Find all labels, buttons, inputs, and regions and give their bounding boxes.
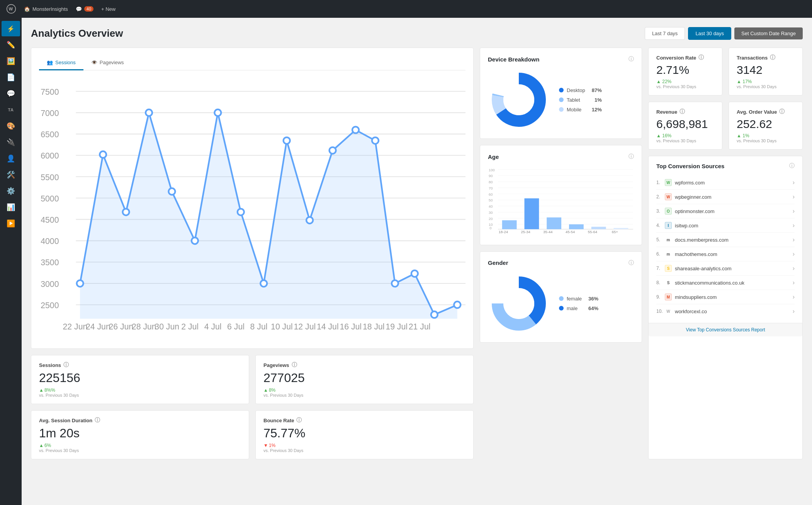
- view-report-button[interactable]: View Top Conversions Sources Report: [649, 323, 802, 336]
- source-num: 9.: [656, 294, 665, 300]
- chevron-down-icon[interactable]: ›: [793, 265, 795, 272]
- chevron-down-icon[interactable]: ›: [793, 293, 795, 300]
- metric-conversion-rate: Conversion Rate ⓘ 2.71% 22% vs. Previous…: [648, 48, 722, 96]
- bar-55-64: [591, 227, 606, 229]
- sidebar-item-play[interactable]: ▶️: [2, 216, 20, 231]
- source-item[interactable]: 7. S shareasale-analytics.com ›: [656, 261, 795, 276]
- conversion-sources-info-icon[interactable]: ⓘ: [789, 162, 795, 169]
- tab-pageviews[interactable]: 👁️ Pageviews: [83, 56, 132, 70]
- sessions-tab-label: Sessions: [55, 60, 76, 65]
- age-card: Age ⓘ 100 90 80 70 60 50 40 30 20 10 0: [480, 145, 642, 245]
- wp-logo-item[interactable]: W: [6, 4, 16, 14]
- female-label: female: [567, 296, 582, 302]
- source-name: workforcexl.co: [675, 309, 793, 314]
- comments-side-icon: 💬: [7, 89, 15, 98]
- sidebar-item-plugins[interactable]: 🔌: [2, 135, 20, 150]
- svg-text:7000: 7000: [41, 109, 59, 118]
- transactions-sub: vs. Previous 30 Days: [737, 84, 795, 89]
- female-pct: 36%: [585, 296, 598, 302]
- avg-order-change: 1%: [737, 133, 795, 138]
- source-favicon: W: [665, 179, 672, 186]
- svg-point-24: [77, 280, 83, 287]
- legend-male: male 64%: [559, 305, 598, 311]
- bar-65plus: [614, 228, 629, 229]
- chevron-down-icon[interactable]: ›: [793, 208, 795, 215]
- bounce-rate-arrow-down: [263, 443, 268, 448]
- sidebar-item-tools[interactable]: 🛠️: [2, 167, 20, 183]
- chevron-down-icon[interactable]: ›: [793, 308, 795, 315]
- device-chart-row: Desktop 87% Tablet 1% Mobile 12%: [488, 69, 634, 131]
- site-name-item[interactable]: 🏠 MonsterInsights: [24, 6, 68, 12]
- sidebar-item-settings[interactable]: ⚙️: [2, 183, 20, 199]
- sessions-info-icon[interactable]: ⓘ: [63, 362, 69, 369]
- new-item[interactable]: + New: [101, 6, 116, 12]
- pageviews-info-icon[interactable]: ⓘ: [292, 362, 297, 369]
- bar-18-24: [502, 220, 517, 229]
- tab-sessions[interactable]: 👥 Sessions: [39, 56, 83, 70]
- bounce-rate-sub: vs. Previous 30 Days: [263, 448, 465, 453]
- age-info-icon[interactable]: ⓘ: [629, 153, 634, 160]
- chevron-down-icon[interactable]: ›: [793, 179, 795, 186]
- sidebar-item-pages[interactable]: 📄: [2, 70, 20, 85]
- last-30-days-button[interactable]: Last 30 days: [688, 27, 731, 40]
- bar-25-34: [525, 198, 539, 229]
- pageviews-sub: vs. Previous 30 Days: [263, 393, 465, 398]
- users-icon: 👤: [7, 154, 15, 163]
- svg-point-39: [411, 270, 418, 277]
- chevron-down-icon[interactable]: ›: [793, 222, 795, 229]
- chevron-down-icon[interactable]: ›: [793, 279, 795, 286]
- custom-date-range-button[interactable]: Set Custom Date Range: [734, 27, 803, 39]
- source-item[interactable]: 8. S stickmancommunications.co.uk ›: [656, 276, 795, 290]
- last-7-days-button[interactable]: Last 7 days: [645, 27, 685, 40]
- sidebar-item-appearance[interactable]: 🎨: [2, 118, 20, 134]
- sidebar-item-dashboard[interactable]: ⚡: [2, 21, 20, 36]
- sidebar-item-comments[interactable]: 💬: [2, 86, 20, 101]
- bar-45-54: [569, 224, 584, 229]
- source-item[interactable]: 1. W wpforms.com ›: [656, 176, 795, 190]
- svg-point-32: [260, 280, 267, 287]
- source-item[interactable]: 6. m machothemes.com ›: [656, 247, 795, 261]
- chevron-down-icon[interactable]: ›: [793, 251, 795, 258]
- chevron-down-icon[interactable]: ›: [793, 193, 795, 200]
- transactions-info-icon[interactable]: ⓘ: [770, 54, 775, 61]
- sidebar-item-ta[interactable]: TA: [2, 102, 20, 118]
- sidebar-item-analytics[interactable]: 📊: [2, 200, 20, 215]
- source-item[interactable]: 10. W workforcexl.co ›: [656, 304, 795, 318]
- device-info-icon[interactable]: ⓘ: [629, 56, 634, 63]
- source-item[interactable]: 5. m docs.memberpress.com ›: [656, 233, 795, 247]
- gender-info-icon[interactable]: ⓘ: [629, 259, 634, 266]
- ta-label: TA: [8, 107, 14, 112]
- svg-text:12 Jul: 12 Jul: [294, 322, 316, 331]
- source-favicon: W: [665, 308, 672, 315]
- male-label: male: [567, 305, 578, 311]
- desktop-pct: 87%: [588, 87, 602, 93]
- source-name: wpforms.com: [675, 180, 793, 186]
- chevron-down-icon[interactable]: ›: [793, 236, 795, 243]
- source-item[interactable]: 2. W wpbeginner.com ›: [656, 190, 795, 204]
- media-icon: 🖼️: [7, 57, 15, 65]
- svg-text:5000: 5000: [41, 194, 59, 203]
- sidebar-item-posts[interactable]: ✏️: [2, 37, 20, 53]
- transactions-value: 3142: [737, 63, 795, 77]
- svg-text:60: 60: [489, 192, 493, 196]
- avg-session-info-icon[interactable]: ⓘ: [95, 417, 100, 424]
- sessions-value: 225156: [39, 371, 241, 385]
- sidebar-item-users[interactable]: 👤: [2, 151, 20, 166]
- avg-session-label: Avg. Session Duration ⓘ: [39, 417, 241, 424]
- source-item[interactable]: 9. M mindsuppliers.com ›: [656, 290, 795, 304]
- pageviews-tab-icon: 👁️: [91, 60, 97, 65]
- conversion-rate-info-icon[interactable]: ⓘ: [698, 54, 704, 61]
- comments-item[interactable]: 💬 40: [76, 6, 93, 12]
- bounce-rate-info-icon[interactable]: ⓘ: [296, 417, 302, 424]
- revenue-info-icon[interactable]: ⓘ: [679, 108, 685, 115]
- bounce-rate-label: Bounce Rate ⓘ: [263, 417, 465, 424]
- avg-order-info-icon[interactable]: ⓘ: [779, 108, 785, 115]
- source-item[interactable]: 4. I isitwp.com ›: [656, 218, 795, 233]
- source-item[interactable]: 3. O optinmonster.com ›: [656, 204, 795, 218]
- metric-revenue: Revenue ⓘ 6,698,981 16% vs. Previous 30 …: [648, 102, 722, 150]
- sidebar-item-media[interactable]: 🖼️: [2, 53, 20, 69]
- male-pct: 64%: [585, 305, 598, 311]
- posts-icon: ✏️: [7, 41, 15, 49]
- svg-point-28: [168, 188, 175, 195]
- sessions-tab-icon: 👥: [47, 60, 53, 65]
